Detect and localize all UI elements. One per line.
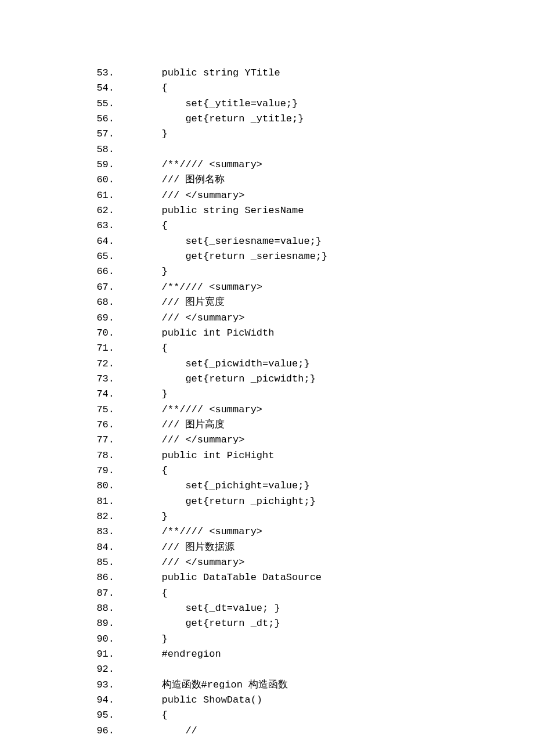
- code-line: 58.: [85, 142, 534, 157]
- line-number: 83.: [85, 524, 114, 539]
- code-line: 56. get{return _ytitle;}: [85, 111, 534, 127]
- line-number: 56.: [85, 111, 114, 127]
- line-number: 53.: [85, 66, 114, 81]
- code-line: 68. /// 图片宽度: [85, 295, 534, 310]
- code-line: 67. /**//// <summary>: [85, 280, 534, 295]
- code-text: {: [114, 81, 168, 96]
- line-number: 76.: [85, 417, 114, 433]
- code-line: 66. }: [85, 264, 534, 279]
- code-text: /// 图片宽度: [114, 295, 225, 310]
- code-line: 88. set{_dt=value; }: [85, 601, 534, 616]
- code-text: set{_pichight=value;}: [114, 478, 310, 494]
- code-text: public int PicWidth: [114, 326, 274, 341]
- code-line: 93. 构造函数#region 构造函数: [85, 678, 534, 693]
- code-text: 构造函数#region 构造函数: [114, 678, 288, 693]
- code-text: {: [114, 708, 168, 723]
- code-text: /// 图例名称: [114, 172, 225, 188]
- line-number: 93.: [85, 678, 114, 693]
- code-line: 57. }: [85, 127, 534, 142]
- code-line: 71. {: [85, 341, 534, 356]
- line-number: 81.: [85, 494, 114, 509]
- code-text: }: [114, 387, 168, 402]
- code-line: 63. {: [85, 218, 534, 233]
- code-line: 60. /// 图例名称: [85, 172, 534, 188]
- line-number: 63.: [85, 218, 114, 233]
- code-text: set{_seriesname=value;}: [114, 234, 322, 249]
- code-text: /// 图片高度: [114, 417, 225, 433]
- code-text: set{_picwidth=value;}: [114, 357, 310, 372]
- line-number: 91.: [85, 647, 114, 662]
- code-text: #endregion: [114, 647, 221, 662]
- line-number: 78.: [85, 448, 114, 463]
- code-text: [114, 662, 126, 677]
- code-text: /**//// <summary>: [114, 524, 262, 539]
- code-line: 64. set{_seriesname=value;}: [85, 234, 534, 249]
- code-line: 53. public string YTitle: [85, 66, 534, 81]
- code-line: 81. get{return _pichight;}: [85, 494, 534, 509]
- line-number: 62.: [85, 203, 114, 218]
- code-text: }: [114, 127, 168, 142]
- code-line: 78. public int PicHight: [85, 448, 534, 463]
- code-line: 82. }: [85, 509, 534, 524]
- line-number: 95.: [85, 708, 114, 723]
- line-number: 77.: [85, 433, 114, 448]
- code-line: 92.: [85, 662, 534, 677]
- line-number: 89.: [85, 616, 114, 631]
- code-line: 61. /// </summary>: [85, 188, 534, 203]
- line-number: 90.: [85, 632, 114, 647]
- line-number: 68.: [85, 295, 114, 310]
- code-text: public string SeriesName: [114, 203, 304, 218]
- line-number: 82.: [85, 509, 114, 524]
- code-line: 69. /// </summary>: [85, 311, 534, 326]
- line-number: 69.: [85, 311, 114, 326]
- line-number: 60.: [85, 172, 114, 188]
- code-text: set{_dt=value; }: [114, 601, 280, 616]
- code-line: 85. /// </summary>: [85, 555, 534, 570]
- code-text: public ShowData(): [114, 693, 262, 708]
- line-number: 94.: [85, 693, 114, 708]
- code-text: /// </summary>: [114, 433, 244, 448]
- code-document-page: 53. public string YTitle54. {55. set{_yt…: [0, 0, 534, 756]
- line-number: 71.: [85, 341, 114, 356]
- line-number: 73.: [85, 372, 114, 387]
- line-number: 92.: [85, 662, 114, 677]
- code-line: 87. {: [85, 586, 534, 601]
- code-text: public int PicHight: [114, 448, 274, 463]
- line-number: 86.: [85, 570, 114, 585]
- code-line: 74. }: [85, 387, 534, 402]
- code-text: /// 图片数据源: [114, 540, 234, 555]
- code-text: /**//// <summary>: [114, 157, 262, 172]
- code-text: }: [114, 509, 168, 524]
- code-text: get{return _dt;}: [114, 616, 280, 631]
- code-line: 65. get{return _seriesname;}: [85, 249, 534, 264]
- code-line: 77. /// </summary>: [85, 433, 534, 448]
- code-line: 86. public DataTable DataSource: [85, 570, 534, 585]
- code-text: /// </summary>: [114, 555, 244, 570]
- line-number: 79.: [85, 463, 114, 478]
- code-text: get{return _ytitle;}: [114, 111, 304, 127]
- code-line: 70. public int PicWidth: [85, 326, 534, 341]
- line-number: 80.: [85, 478, 114, 494]
- code-line: 91. #endregion: [85, 647, 534, 662]
- line-number: 57.: [85, 127, 114, 142]
- code-line: 72. set{_picwidth=value;}: [85, 357, 534, 372]
- code-text: get{return _pichight;}: [114, 494, 316, 509]
- code-text: set{_ytitle=value;}: [114, 96, 298, 111]
- code-text: get{return _picwidth;}: [114, 372, 316, 387]
- code-text: public DataTable DataSource: [114, 570, 322, 585]
- line-number: 65.: [85, 249, 114, 264]
- code-line: 95. {: [85, 708, 534, 723]
- code-line: 76. /// 图片高度: [85, 417, 534, 433]
- line-number: 74.: [85, 387, 114, 402]
- line-number: 66.: [85, 264, 114, 279]
- code-line: 55. set{_ytitle=value;}: [85, 96, 534, 111]
- code-line: 89. get{return _dt;}: [85, 616, 534, 631]
- code-line: 94. public ShowData(): [85, 693, 534, 708]
- code-text: }: [114, 632, 168, 647]
- code-line: 90. }: [85, 632, 534, 647]
- line-number: 55.: [85, 96, 114, 111]
- code-text: {: [114, 341, 168, 356]
- code-text: get{return _seriesname;}: [114, 249, 327, 264]
- code-text: /// </summary>: [114, 188, 244, 203]
- line-number: 87.: [85, 586, 114, 601]
